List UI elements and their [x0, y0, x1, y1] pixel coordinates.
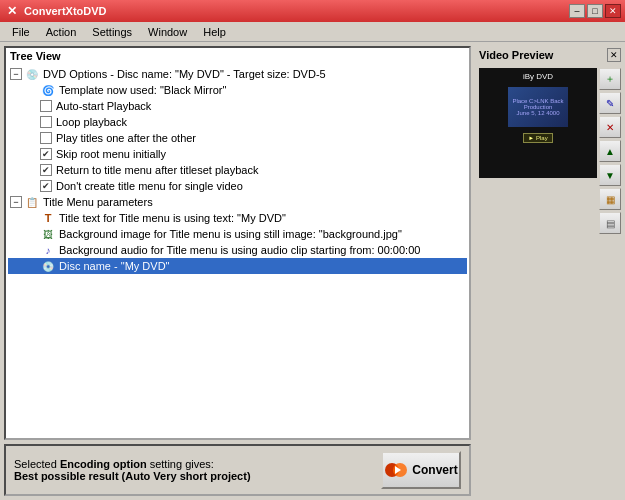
title-bar-buttons: – □ ✕	[569, 4, 621, 18]
checkbox-autostart[interactable]	[40, 100, 52, 112]
tree-item-label: Return to title menu after titleset play…	[56, 164, 258, 176]
menu-help[interactable]: Help	[195, 24, 234, 40]
tree-item-bgimage[interactable]: 🖼 Background image for Title menu is usi…	[8, 226, 467, 242]
dvd-icon: 💿	[24, 67, 40, 81]
chart-button[interactable]: ▦	[599, 188, 621, 210]
filmstrip-button[interactable]: ▤	[599, 212, 621, 234]
title-bar-text: ConvertXtoDVD	[24, 5, 569, 17]
tree-item-label: Template now used: "Black Mirror"	[59, 84, 226, 96]
delete-button[interactable]: ✕	[599, 116, 621, 138]
tree-item-label: DVD Options - Disc name: "My DVD" - Targ…	[43, 68, 326, 80]
preview-close-button[interactable]: ✕	[607, 48, 621, 62]
tree-item-label: Background audio for Title menu is using…	[59, 244, 420, 256]
app-icon: ✕	[4, 3, 20, 19]
tree-view-section: Tree View − 💿 DVD Options - Disc name: "…	[4, 46, 471, 440]
disc-icon: 💿	[40, 259, 56, 273]
tree-item-label: Background image for Title menu is using…	[59, 228, 402, 240]
text-icon: T	[40, 211, 56, 225]
encoding-detail: result (Auto Very short project)	[89, 470, 251, 482]
down-button[interactable]: ▼	[599, 164, 621, 186]
tree-item-returntitle[interactable]: ✔ Return to title menu after titleset pl…	[8, 162, 467, 178]
dvd-preview-title: iBy DVD	[519, 68, 557, 85]
tree-item-label: Don't create title menu for single video	[56, 180, 243, 192]
close-button[interactable]: ✕	[605, 4, 621, 18]
maximize-button[interactable]: □	[587, 4, 603, 18]
menu-bar: File Action Settings Window Help	[0, 22, 625, 42]
tree-item-autostart[interactable]: Auto-start Playback	[8, 98, 467, 114]
preview-header: Video Preview ✕	[479, 46, 621, 64]
tree-view-label: Tree View	[6, 48, 469, 64]
encoding-info: Selected Encoding option setting gives: …	[14, 458, 381, 482]
dvd-play-button: ► Play	[523, 133, 552, 143]
right-panel: Video Preview ✕ iBy DVD Place C>LNK Back…	[475, 42, 625, 500]
up-button[interactable]: ▲	[599, 140, 621, 162]
edit-button[interactable]: ✎	[599, 92, 621, 114]
tree-item-label: Auto-start Playback	[56, 100, 151, 112]
checkbox-dontcreate[interactable]: ✔	[40, 180, 52, 192]
convert-label: Convert	[412, 463, 457, 477]
tree-item-skiproot[interactable]: ✔ Skip root menu initially	[8, 146, 467, 162]
tree-item-template[interactable]: 🌀 Template now used: "Black Mirror"	[8, 82, 467, 98]
minimize-button[interactable]: –	[569, 4, 585, 18]
music-icon: ♪	[40, 243, 56, 257]
encoding-quality: Best possible	[14, 470, 86, 482]
tree-item-playtitles[interactable]: Play titles one after the other	[8, 130, 467, 146]
tree-item-label: Skip root menu initially	[56, 148, 166, 160]
menu-action[interactable]: Action	[38, 24, 85, 40]
image-icon: 🖼	[40, 227, 56, 241]
dvd-thumb-text: Place C>LNK BackProductionJune 5, 12 400…	[512, 98, 563, 116]
title-bar: ✕ ConvertXtoDVD – □ ✕	[0, 0, 625, 22]
expand-icon[interactable]: −	[10, 68, 22, 80]
preview-with-controls: iBy DVD Place C>LNK BackProductionJune 5…	[479, 68, 621, 234]
video-preview-area: iBy DVD Place C>LNK BackProductionJune 5…	[479, 68, 597, 178]
convert-button[interactable]: Convert	[381, 451, 461, 489]
tree-item-label: Loop playback	[56, 116, 127, 128]
tree-container[interactable]: − 💿 DVD Options - Disc name: "My DVD" - …	[6, 64, 469, 438]
encoding-line2: Best possible result (Auto Very short pr…	[14, 470, 381, 482]
bottom-section: Selected Encoding option setting gives: …	[4, 444, 471, 496]
tree-item-dontcreate[interactable]: ✔ Don't create title menu for single vid…	[8, 178, 467, 194]
expand-icon-titlemenu[interactable]: −	[10, 196, 22, 208]
checkbox-loop[interactable]	[40, 116, 52, 128]
tree-item-titlemenu[interactable]: − 📋 Title Menu parameters	[8, 194, 467, 210]
left-panel: Tree View − 💿 DVD Options - Disc name: "…	[0, 42, 475, 500]
side-buttons: ＋ ✎ ✕ ▲ ▼ ▦ ▤	[599, 68, 621, 234]
dvd-preview-thumb: Place C>LNK BackProductionJune 5, 12 400…	[508, 87, 568, 127]
encoding-line1: Selected Encoding option setting gives:	[14, 458, 381, 470]
tree-item-discname[interactable]: 💿 Disc name - "My DVD"	[8, 258, 467, 274]
tree-item-titletext[interactable]: T Title text for Title menu is using tex…	[8, 210, 467, 226]
menu-settings[interactable]: Settings	[84, 24, 140, 40]
menu-window[interactable]: Window	[140, 24, 195, 40]
main-content: Tree View − 💿 DVD Options - Disc name: "…	[0, 42, 625, 500]
tree-item-label: Disc name - "My DVD"	[59, 260, 170, 272]
checkbox-playtitles[interactable]	[40, 132, 52, 144]
tree-item-bgaudio[interactable]: ♪ Background audio for Title menu is usi…	[8, 242, 467, 258]
convert-icon	[384, 458, 408, 482]
checkbox-returntitle[interactable]: ✔	[40, 164, 52, 176]
tree-item-loop[interactable]: Loop playback	[8, 114, 467, 130]
preview-title: Video Preview	[479, 49, 553, 61]
titlemenu-icon: 📋	[24, 195, 40, 209]
menu-file[interactable]: File	[4, 24, 38, 40]
tree-item-label: Title Menu parameters	[43, 196, 153, 208]
add-button[interactable]: ＋	[599, 68, 621, 90]
checkbox-skiproot[interactable]: ✔	[40, 148, 52, 160]
tree-item-dvd-options[interactable]: − 💿 DVD Options - Disc name: "My DVD" - …	[8, 66, 467, 82]
tree-item-label: Play titles one after the other	[56, 132, 196, 144]
tree-item-label: Title text for Title menu is using text:…	[59, 212, 286, 224]
template-icon: 🌀	[40, 83, 56, 97]
